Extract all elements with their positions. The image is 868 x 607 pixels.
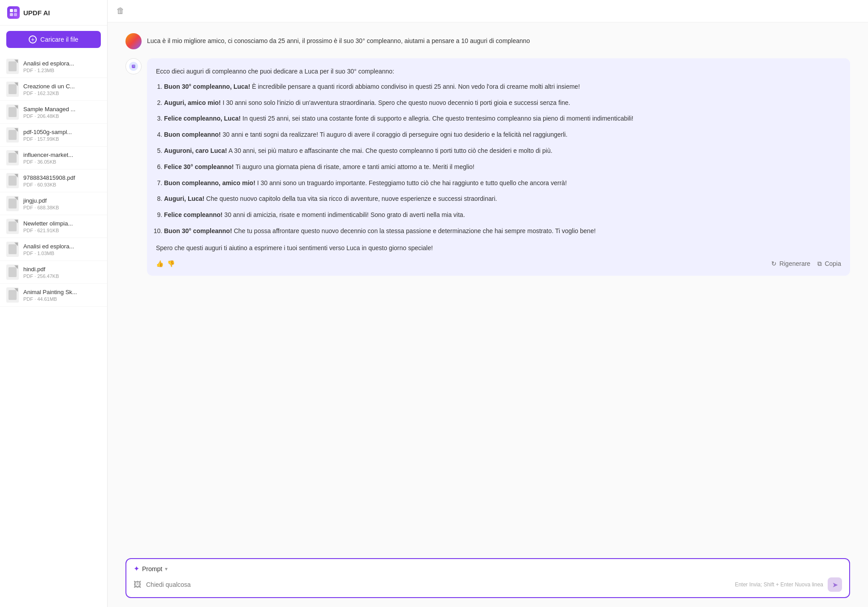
file-icon	[6, 173, 19, 188]
image-attach-button[interactable]: 🖼	[134, 580, 142, 590]
svg-point-4	[132, 66, 133, 67]
file-meta: PDF · 688.38KB	[23, 205, 101, 210]
file-name: Analisi ed esplora...	[23, 243, 101, 250]
file-meta: PDF · 206.48KB	[23, 113, 101, 119]
file-info: jingju.pdf PDF · 688.38KB	[23, 197, 101, 210]
file-icon	[6, 196, 19, 211]
file-info: 9788834815908.pdf PDF · 60.93KB	[23, 174, 101, 187]
thumbs-up-button[interactable]: 👍	[156, 260, 164, 267]
file-list-item[interactable]: hindi.pdf PDF · 256.47KB	[0, 261, 107, 284]
chat-area: Luca è il mio migliore amico, ci conosci…	[108, 22, 868, 551]
file-icon	[6, 59, 19, 74]
ai-list-item: Auguri, amico mio! I 30 anni sono solo l…	[164, 98, 841, 108]
copy-icon: ⧉	[817, 260, 822, 268]
ai-actions: 👍 👎 ↻ Rigenerare ⧉ Copia	[156, 260, 841, 268]
svg-point-5	[134, 66, 135, 67]
ai-actions-left: 👍 👎	[156, 260, 175, 267]
prompt-bar: ✦ Prompt ▾	[134, 564, 842, 573]
main-content: 🗑 Luca è il mio migliore amico, ci conos…	[108, 0, 868, 607]
ai-list-item: Auguri, Luca! Che questo nuovo capitolo …	[164, 194, 841, 204]
file-list-item[interactable]: Animal Painting Sk... PDF · 44.61MB	[0, 284, 107, 307]
ai-list-item: Buon 30° compleanno! Che tu possa affron…	[164, 226, 841, 237]
file-list-item[interactable]: Analisi ed esplora... PDF · 1.23MB	[0, 55, 107, 78]
file-list-item[interactable]: Sample Managed ... PDF · 206.48KB	[0, 101, 107, 124]
copy-button[interactable]: ⧉ Copia	[817, 260, 841, 268]
upload-label: Caricare il file	[40, 36, 78, 43]
file-icon	[6, 242, 19, 257]
ai-avatar	[125, 58, 142, 74]
file-name: Newletter olimpia...	[23, 220, 101, 227]
app-title: UPDF AI	[23, 9, 50, 17]
regenerate-button[interactable]: ↻ Rigenerare	[771, 260, 810, 268]
svg-rect-3	[14, 13, 17, 16]
file-meta: PDF · 1.03MB	[23, 251, 101, 256]
file-meta: PDF · 162.32KB	[23, 91, 101, 96]
ai-list-item: Buon compleanno! 30 anni e tanti sogni d…	[164, 130, 841, 140]
file-info: hindi.pdf PDF · 256.47KB	[23, 266, 101, 279]
file-info: influencer-market... PDF · 36.05KB	[23, 152, 101, 165]
file-list-item[interactable]: Analisi ed esplora... PDF · 1.03MB	[0, 238, 107, 261]
prompt-chevron-icon: ▾	[165, 566, 168, 572]
copy-label: Copia	[825, 260, 841, 267]
file-meta: PDF · 1.23MB	[23, 68, 101, 73]
svg-rect-2	[10, 13, 13, 16]
ai-closing: Spero che questi auguri ti aiutino a esp…	[156, 243, 841, 254]
prompt-star-icon: ✦	[134, 564, 139, 573]
ai-list-item: Auguroni, caro Luca! A 30 anni, sei più …	[164, 146, 841, 156]
file-icon	[6, 287, 19, 303]
user-avatar	[125, 33, 142, 49]
file-list-item[interactable]: pdf-1050g-sampl... PDF · 157.99KB	[0, 124, 107, 147]
ai-list-item: Felice compleanno! 30 anni di amicizia, …	[164, 210, 841, 221]
plus-circle-icon: +	[29, 35, 37, 43]
file-info: Analisi ed esplora... PDF · 1.23MB	[23, 60, 101, 73]
regenerate-label: Rigenerare	[779, 260, 810, 267]
send-icon: ➤	[832, 581, 838, 589]
file-meta: PDF · 60.93KB	[23, 182, 101, 187]
file-list: Analisi ed esplora... PDF · 1.23MB Creaz…	[0, 53, 107, 308]
main-header: 🗑	[108, 0, 868, 22]
user-message: Luca è il mio migliore amico, ci conosci…	[125, 33, 850, 49]
file-meta: PDF · 256.47KB	[23, 273, 101, 279]
file-icon	[6, 82, 19, 97]
send-button[interactable]: ➤	[828, 577, 842, 592]
file-name: influencer-market...	[23, 152, 101, 158]
ai-list-item: Felice compleanno, Luca! In questi 25 an…	[164, 113, 841, 124]
ai-message: Ecco dieci auguri di compleanno che puoi…	[125, 58, 850, 276]
input-box[interactable]: ✦ Prompt ▾ 🖼 Enter Invia; Shift + Enter …	[125, 558, 850, 598]
file-list-item[interactable]: influencer-market... PDF · 36.05KB	[0, 147, 107, 169]
file-meta: PDF · 36.05KB	[23, 159, 101, 165]
file-name: jingju.pdf	[23, 197, 101, 204]
ai-bubble: Ecco dieci auguri di compleanno che puoi…	[147, 58, 850, 276]
file-list-item[interactable]: Newletter olimpia... PDF · 621.91KB	[0, 215, 107, 238]
thumbs-down-button[interactable]: 👎	[167, 260, 175, 267]
ai-list: Buon 30° compleanno, Luca! È incredibile…	[156, 82, 841, 237]
ai-list-item: Buon compleanno, amico mio! I 30 anni so…	[164, 178, 841, 189]
regenerate-icon: ↻	[771, 260, 777, 267]
file-icon	[6, 219, 19, 234]
file-info: Sample Managed ... PDF · 206.48KB	[23, 106, 101, 119]
file-name: Creazione di un C...	[23, 83, 101, 90]
file-list-item[interactable]: jingju.pdf PDF · 688.38KB	[0, 192, 107, 215]
file-info: Analisi ed esplora... PDF · 1.03MB	[23, 243, 101, 256]
trash-icon[interactable]: 🗑	[117, 6, 125, 16]
file-name: Animal Painting Sk...	[23, 289, 101, 295]
sidebar: UPDF AI + Caricare il file Analisi ed es…	[0, 0, 108, 607]
file-list-item[interactable]: Creazione di un C... PDF · 162.32KB	[0, 78, 107, 101]
file-name: 9788834815908.pdf	[23, 174, 101, 181]
chat-input[interactable]	[146, 581, 730, 588]
file-meta: PDF · 621.91KB	[23, 228, 101, 233]
file-info: Newletter olimpia... PDF · 621.91KB	[23, 220, 101, 233]
file-name: Sample Managed ...	[23, 106, 101, 113]
input-area: ✦ Prompt ▾ 🖼 Enter Invia; Shift + Enter …	[108, 551, 868, 607]
prompt-label: Prompt	[142, 565, 162, 572]
file-list-item[interactable]: 9788834815908.pdf PDF · 60.93KB	[0, 169, 107, 192]
file-name: Analisi ed esplora...	[23, 60, 101, 67]
file-info: Animal Painting Sk... PDF · 44.61MB	[23, 289, 101, 302]
file-info: pdf-1050g-sampl... PDF · 157.99KB	[23, 129, 101, 142]
file-icon	[6, 150, 19, 165]
user-bubble-text: Luca è il mio migliore amico, ci conosci…	[147, 33, 850, 46]
image-icon: 🖼	[134, 580, 142, 590]
upload-button[interactable]: + Caricare il file	[6, 31, 101, 48]
ai-actions-right: ↻ Rigenerare ⧉ Copia	[771, 260, 841, 268]
file-name: hindi.pdf	[23, 266, 101, 273]
